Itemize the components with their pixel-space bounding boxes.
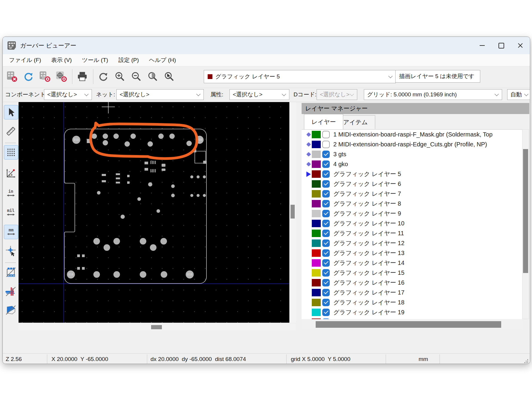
menu-preferences[interactable]: 設定 (P) [113,54,144,66]
open-drill-file-button[interactable] [54,70,68,84]
layer-row[interactable]: グラフィック レイヤー 18 [302,298,522,307]
layer-label[interactable]: グラフィック レイヤー 14 [333,259,405,267]
layer-color-swatch[interactable] [312,299,321,306]
layer-color-swatch[interactable] [312,249,321,257]
menu-help[interactable]: ヘルプ (H) [144,54,181,66]
layer-row[interactable]: グラフィック レイヤー 11 [302,228,522,238]
layer-visibility-checkbox[interactable] [322,220,330,227]
layer-label[interactable]: 1 MIDI-extension-board-raspi-F_Mask.gbr … [333,131,493,138]
zoom-fit-button[interactable] [146,70,159,84]
layer-visibility-checkbox[interactable] [322,269,330,277]
layer-row[interactable]: 4 gko [302,159,522,169]
open-gerber-file-button[interactable] [38,70,52,84]
select-tool-button[interactable] [4,105,18,119]
component-select[interactable]: <選択なし> [44,89,92,100]
layer-row[interactable]: グラフィック レイヤー 12 [302,238,522,248]
layer-color-swatch[interactable] [312,141,321,148]
layer-visibility-checkbox[interactable] [322,309,330,316]
layer-row[interactable]: 3 gts [302,149,522,159]
layer-row[interactable]: グラフィック レイヤー 8 [302,199,522,209]
layer-color-swatch[interactable] [312,160,321,168]
layer-visibility-checkbox[interactable] [322,210,330,217]
menu-file[interactable]: ファイル (F) [4,54,46,66]
layer-color-swatch[interactable] [312,269,321,277]
layer-label[interactable]: グラフィック レイヤー 10 [333,219,405,227]
layer-label[interactable]: 2 MIDI-extension-board-raspi-Edge_Cuts.g… [333,141,487,148]
layer-row[interactable]: グラフィック レイヤー 5 [302,169,522,179]
layer-visibility-checkbox[interactable] [322,299,330,306]
menu-view[interactable]: 表示 (V) [46,54,77,66]
layer-color-swatch[interactable] [312,200,321,207]
layer-label[interactable]: グラフィック レイヤー 11 [333,229,404,237]
titlebar[interactable]: ガーバー ビューアー [3,37,530,54]
sketch-flashed-items-button[interactable] [4,265,18,279]
layer-color-swatch[interactable] [312,239,321,247]
layer-list-horizontal-scrollbar[interactable] [302,319,522,330]
layer-label[interactable]: 4 gko [333,161,348,168]
layer-visibility-checkbox[interactable] [322,230,330,237]
layer-color-swatch[interactable] [312,309,321,316]
layer-visibility-checkbox[interactable] [322,151,330,158]
layer-row[interactable]: グラフィック レイヤー 7 [302,189,522,199]
resize-grip[interactable] [524,359,528,363]
layer-label[interactable]: グラフィック レイヤー 18 [333,298,405,307]
layer-row[interactable]: グラフィック レイヤー 16 [302,278,522,288]
layer-row[interactable]: グラフィック レイヤー 15 [302,268,522,278]
layer-color-swatch[interactable] [312,289,321,296]
layer-label[interactable]: グラフィック レイヤー 12 [333,239,405,247]
grid-toggle-button[interactable] [4,145,18,160]
sketch-lines-button[interactable] [4,284,18,298]
layer-color-swatch[interactable] [312,151,321,158]
layer-visibility-checkbox[interactable] [322,239,330,247]
units-inch-button[interactable]: in [4,186,18,200]
layer-color-swatch[interactable] [312,220,321,227]
polar-coords-button[interactable]: r θ [4,166,18,180]
canvas-horizontal-scrollbar[interactable] [19,324,296,330]
layer-label[interactable]: グラフィック レイヤー 5 [333,170,401,178]
zoom-select[interactable]: 自動 [507,89,530,100]
clear-all-layers-button[interactable] [5,70,19,84]
attribute-select[interactable]: <選択なし> [229,89,289,100]
tab-layers[interactable]: レイヤー [304,114,343,129]
menu-tools[interactable]: ツール (T) [77,54,113,66]
layer-visibility-checkbox[interactable] [322,141,330,148]
layer-label[interactable]: グラフィック レイヤー 19 [333,308,405,316]
fullscreen-crosshair-button[interactable] [4,244,18,258]
layer-color-swatch[interactable] [312,210,321,217]
net-select[interactable]: <選択なし> [116,89,204,100]
layer-visibility-checkbox[interactable] [322,180,330,188]
layer-label[interactable]: グラフィック レイヤー 16 [333,279,405,287]
units-mm-button[interactable]: mm [4,225,18,239]
reload-all-layers-button[interactable] [22,70,35,84]
canvas-vertical-scrollbar-thumb[interactable] [291,205,295,219]
layer-color-swatch[interactable] [312,190,321,198]
layer-row[interactable]: グラフィック レイヤー 10 [302,219,522,228]
layer-label[interactable]: グラフィック レイヤー 8 [333,200,401,208]
layer-row[interactable]: グラフィック レイヤー 14 [302,258,522,268]
layer-color-swatch[interactable] [312,230,321,237]
layer-row[interactable]: グラフィック レイヤー 17 [302,288,522,298]
layer-visibility-checkbox[interactable] [322,279,330,286]
layer-color-swatch[interactable] [312,180,321,188]
layer-row[interactable]: 2 MIDI-extension-board-raspi-Edge_Cuts.g… [302,139,522,149]
layer-label[interactable]: グラフィック レイヤー 13 [333,249,405,257]
layer-list-horizontal-scrollbar-thumb[interactable] [316,321,501,328]
layer-row[interactable]: グラフィック レイヤー 13 [302,248,522,258]
layer-visibility-checkbox[interactable] [322,170,330,178]
layer-row[interactable]: グラフィック レイヤー 9 [302,209,522,219]
layer-visibility-checkbox[interactable] [322,200,330,207]
dcode-select[interactable]: <選択なし> [317,89,357,100]
canvas-area[interactable]: D10 D10 D10 D10 [19,102,289,323]
layer-label[interactable]: グラフィック レイヤー 6 [333,180,401,188]
zoom-in-button[interactable] [113,70,127,84]
layer-visibility-checkbox[interactable] [322,160,330,168]
maximize-button[interactable] [492,37,511,54]
layer-row[interactable]: 1 MIDI-extension-board-raspi-F_Mask.gbr … [302,130,522,139]
layer-label[interactable]: グラフィック レイヤー 7 [333,190,401,198]
layer-color-swatch[interactable] [312,279,321,286]
layer-color-swatch[interactable] [312,259,321,267]
close-button[interactable] [511,37,530,54]
redraw-view-button[interactable] [96,70,110,84]
active-layer-select[interactable]: グラフィック レイヤー 5 [204,70,396,83]
layer-row[interactable]: グラフィック レイヤー 19 [302,307,522,317]
